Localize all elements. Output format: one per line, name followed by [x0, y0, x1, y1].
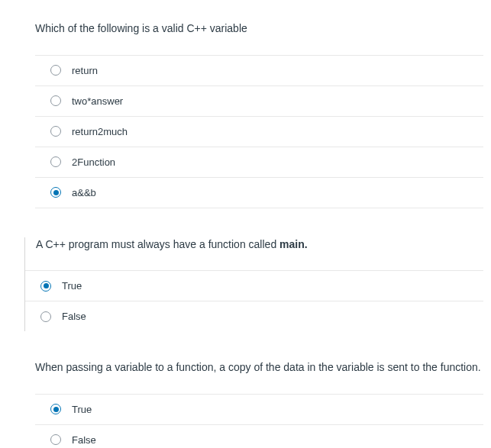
- question-prompt: Which of the following is a valid C++ va…: [35, 21, 483, 37]
- option-row[interactable]: return2much: [35, 116, 483, 147]
- radio-icon[interactable]: [50, 95, 61, 106]
- option-row[interactable]: False: [35, 424, 483, 448]
- option-label: False: [62, 311, 86, 322]
- option-label: True: [72, 404, 92, 415]
- option-label: return: [72, 65, 98, 76]
- option-row[interactable]: return: [35, 55, 483, 85]
- option-row[interactable]: False: [25, 301, 483, 331]
- radio-icon[interactable]: [50, 187, 61, 198]
- option-label: a&&b: [72, 187, 96, 198]
- question-block: A C++ program must always have a functio…: [0, 237, 491, 332]
- radio-icon[interactable]: [50, 434, 61, 445]
- question-block: Which of the following is a valid C++ va…: [0, 21, 491, 208]
- option-label: two*answer: [72, 95, 123, 107]
- question-prompt: When passing a variable to a function, a…: [35, 360, 483, 375]
- option-label: False: [72, 434, 96, 446]
- radio-icon[interactable]: [50, 126, 61, 137]
- options-group: True False: [35, 394, 483, 448]
- option-row[interactable]: True: [25, 270, 483, 301]
- radio-icon[interactable]: [50, 404, 61, 414]
- radio-icon[interactable]: [40, 311, 51, 322]
- radio-icon[interactable]: [50, 156, 61, 167]
- option-label: return2much: [72, 126, 128, 137]
- option-row[interactable]: a&&b: [35, 177, 483, 208]
- option-label: True: [62, 280, 82, 292]
- options-group: True False: [25, 270, 483, 331]
- question-prompt: A C++ program must always have a functio…: [25, 237, 483, 253]
- options-group: return two*answer return2much 2Function …: [35, 55, 483, 208]
- radio-icon[interactable]: [50, 65, 61, 76]
- option-row[interactable]: True: [35, 394, 483, 424]
- option-row[interactable]: 2Function: [35, 147, 483, 177]
- radio-icon[interactable]: [40, 281, 51, 292]
- question-block: When passing a variable to a function, a…: [0, 360, 491, 448]
- option-label: 2Function: [72, 156, 115, 168]
- option-row[interactable]: two*answer: [35, 85, 483, 116]
